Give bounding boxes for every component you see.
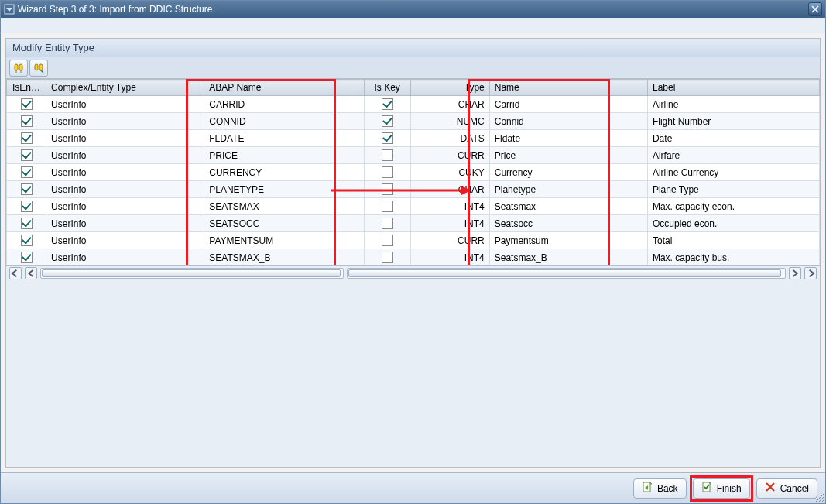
iskey-checkbox[interactable] xyxy=(382,252,393,263)
cell-isen[interactable] xyxy=(7,198,46,215)
cell-name[interactable]: Price xyxy=(489,147,647,164)
cell-iskey[interactable] xyxy=(364,249,410,265)
iskey-checkbox[interactable] xyxy=(382,183,393,195)
isen-checkbox[interactable] xyxy=(21,149,33,161)
finish-button[interactable]: Finish xyxy=(693,478,750,499)
table-row[interactable]: UserInfoPRICECURRPriceAirfare xyxy=(7,147,820,164)
window-menu-icon[interactable] xyxy=(4,4,15,15)
cell-type[interactable]: CHAR xyxy=(410,181,489,198)
cell-label[interactable]: Date xyxy=(647,130,819,147)
col-header-isen[interactable]: IsEn… xyxy=(7,80,46,96)
isen-checkbox[interactable] xyxy=(21,166,33,178)
cell-type[interactable]: INT4 xyxy=(410,249,489,265)
cell-iskey[interactable] xyxy=(364,232,410,249)
cell-iskey[interactable] xyxy=(364,113,410,130)
back-button[interactable]: Back xyxy=(633,478,687,499)
cell-abap-name[interactable]: CURRENCY xyxy=(204,164,364,181)
cell-name[interactable]: Planetype xyxy=(489,181,647,198)
cell-name[interactable]: Carrid xyxy=(489,96,647,113)
isen-checkbox[interactable] xyxy=(21,252,33,263)
cell-iskey[interactable] xyxy=(364,164,410,181)
isen-checkbox[interactable] xyxy=(21,115,33,127)
cell-type[interactable]: INT4 xyxy=(410,215,489,232)
cell-complex-entity[interactable]: UserInfo xyxy=(46,113,204,130)
col-header-iskey[interactable]: Is Key xyxy=(364,80,410,96)
cell-label[interactable]: Airline xyxy=(647,96,819,113)
cell-label[interactable]: Max. capacity bus. xyxy=(647,249,819,265)
cell-abap-name[interactable]: SEATSOCC xyxy=(204,215,364,232)
cell-isen[interactable] xyxy=(7,113,46,130)
cell-abap-name[interactable]: PRICE xyxy=(204,147,364,164)
cell-isen[interactable] xyxy=(7,215,46,232)
cell-name[interactable]: Fldate xyxy=(489,130,647,147)
cell-isen[interactable] xyxy=(7,164,46,181)
cell-abap-name[interactable]: FLDATE xyxy=(204,130,364,147)
cell-name[interactable]: Currency xyxy=(489,164,647,181)
table-row[interactable]: UserInfoCONNIDNUMCConnidFlight Number xyxy=(7,113,820,130)
hscroll-thumb-left[interactable] xyxy=(42,269,341,277)
cancel-button[interactable]: Cancel xyxy=(756,478,817,499)
cell-complex-entity[interactable]: UserInfo xyxy=(46,215,204,232)
isen-checkbox[interactable] xyxy=(21,235,33,246)
cell-type[interactable]: NUMC xyxy=(410,113,489,130)
cell-abap-name[interactable]: PAYMENTSUM xyxy=(204,232,364,249)
table-row[interactable]: UserInfoSEATSMAX_BINT4Seatsmax_BMax. cap… xyxy=(7,249,820,265)
cell-iskey[interactable] xyxy=(364,130,410,147)
hscroll-track-right[interactable] xyxy=(347,268,786,279)
isen-checkbox[interactable] xyxy=(21,201,33,212)
cell-abap-name[interactable]: SEATSMAX_B xyxy=(204,249,364,265)
cell-type[interactable]: INT4 xyxy=(410,198,489,215)
table-row[interactable]: UserInfoPLANETYPECHARPlanetypePlane Type xyxy=(7,181,820,198)
col-header-type[interactable]: Type xyxy=(410,80,489,96)
table-row[interactable]: UserInfoCARRIDCHARCarridAirline xyxy=(7,96,820,113)
cell-complex-entity[interactable]: UserInfo xyxy=(46,164,204,181)
cell-name[interactable]: Seatsocc xyxy=(489,215,647,232)
cell-type[interactable]: CURR xyxy=(410,232,489,249)
table-row[interactable]: UserInfoSEATSOCCINT4SeatsoccOccupied eco… xyxy=(7,215,820,232)
isen-checkbox[interactable] xyxy=(21,132,33,144)
table-row[interactable]: UserInfoFLDATEDATSFldateDate xyxy=(7,130,820,147)
col-header-complex-entity[interactable]: Complex/Entity Type xyxy=(46,80,204,96)
cell-label[interactable]: Airline Currency xyxy=(647,164,819,181)
cell-name[interactable]: Seatsmax_B xyxy=(489,249,647,265)
cell-label[interactable]: Max. capacity econ. xyxy=(647,198,819,215)
scroll-left-button[interactable] xyxy=(25,267,37,279)
cell-label[interactable]: Airfare xyxy=(647,147,819,164)
cell-isen[interactable] xyxy=(7,130,46,147)
cell-isen[interactable] xyxy=(7,249,46,265)
isen-checkbox[interactable] xyxy=(21,183,33,195)
scroll-right-far-button[interactable] xyxy=(804,267,817,279)
cell-complex-entity[interactable]: UserInfo xyxy=(46,96,204,113)
col-header-label[interactable]: Label xyxy=(647,80,819,96)
col-header-abap-name[interactable]: ABAP Name xyxy=(204,80,364,96)
cell-label[interactable]: Occupied econ. xyxy=(647,215,819,232)
entity-grid[interactable]: IsEn… Complex/Entity Type ABAP Name Is K… xyxy=(6,79,820,265)
cell-complex-entity[interactable]: UserInfo xyxy=(46,181,204,198)
cell-complex-entity[interactable]: UserInfo xyxy=(46,147,204,164)
cell-abap-name[interactable]: CARRID xyxy=(204,96,364,113)
iskey-checkbox[interactable] xyxy=(382,218,393,229)
col-header-name[interactable]: Name xyxy=(489,80,647,96)
iskey-checkbox[interactable] xyxy=(382,235,393,246)
iskey-checkbox[interactable] xyxy=(382,201,393,212)
cell-label[interactable]: Plane Type xyxy=(647,181,819,198)
cell-iskey[interactable] xyxy=(364,181,410,198)
cell-type[interactable]: CUKY xyxy=(410,164,489,181)
iskey-checkbox[interactable] xyxy=(382,132,393,144)
scroll-left-far-button[interactable] xyxy=(9,267,22,279)
iskey-checkbox[interactable] xyxy=(382,166,393,178)
table-row[interactable]: UserInfoCURRENCYCUKYCurrencyAirline Curr… xyxy=(7,164,820,181)
cell-type[interactable]: CHAR xyxy=(410,96,489,113)
cell-type[interactable]: DATS xyxy=(410,130,489,147)
cell-complex-entity[interactable]: UserInfo xyxy=(46,198,204,215)
find-next-button[interactable] xyxy=(29,60,48,77)
cell-name[interactable]: Connid xyxy=(489,113,647,130)
cell-iskey[interactable] xyxy=(364,198,410,215)
cell-iskey[interactable] xyxy=(364,215,410,232)
cell-abap-name[interactable]: CONNID xyxy=(204,113,364,130)
cell-complex-entity[interactable]: UserInfo xyxy=(46,249,204,265)
table-row[interactable]: UserInfoPAYMENTSUMCURRPaymentsumTotal xyxy=(7,232,820,249)
hscroll-track-left[interactable] xyxy=(40,268,344,279)
cell-type[interactable]: CURR xyxy=(410,147,489,164)
cell-abap-name[interactable]: SEATSMAX xyxy=(204,198,364,215)
